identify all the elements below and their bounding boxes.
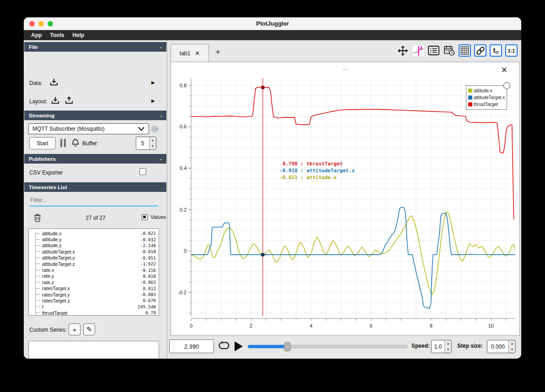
tab-label: tab1 <box>180 50 190 57</box>
legend-drag-knob[interactable] <box>503 82 510 89</box>
svg-text:A: A <box>419 45 422 50</box>
buffer-spinbox[interactable]: 5 ▲▼ <box>136 137 156 150</box>
timeseries-section-header[interactable]: Timeseries List <box>24 182 166 192</box>
svg-text:: attitudeTarget.x: : attitudeTarget.x <box>300 168 355 174</box>
menu-item-tools[interactable]: Tools <box>46 31 68 39</box>
svg-text:-0.018: -0.018 <box>279 168 298 174</box>
fullscreen-move-icon[interactable] <box>396 44 409 57</box>
list-item[interactable]: ratesTarget.z0.676 <box>32 297 156 303</box>
add-custom-series-button[interactable]: + <box>69 323 80 335</box>
filter-input[interactable] <box>29 196 158 205</box>
list-item[interactable]: rate.x-0.156 <box>32 267 156 273</box>
app-window: PlotJuggler AppToolsHelp File - Data: ▶ … <box>24 17 521 359</box>
legend-list-icon[interactable] <box>427 44 440 57</box>
slider-handle[interactable] <box>284 342 291 351</box>
list-item[interactable]: attitudeTarget.x-0.018 <box>32 249 156 254</box>
plot-close-icon[interactable]: ✕ <box>498 66 510 74</box>
legend-entry[interactable]: thrustTarget <box>468 101 505 108</box>
grid-view-icon[interactable] <box>459 44 471 57</box>
link-axes-icon[interactable] <box>474 44 486 57</box>
collapse-icon: - <box>160 113 162 118</box>
legend-swatch <box>468 89 472 93</box>
time-slider[interactable] <box>248 339 408 353</box>
values-checkbox[interactable] <box>142 214 148 220</box>
speed-label: Speed: <box>411 343 430 349</box>
spin-up-icon: ▲ <box>445 340 451 347</box>
tab-close-icon[interactable]: ✕ <box>195 50 200 57</box>
loop-icon[interactable] <box>218 341 230 351</box>
list-item[interactable]: ratesTarget.x0.012 <box>32 286 156 291</box>
file-section-header[interactable]: File - <box>24 42 166 52</box>
publishers-section-header[interactable]: Publishers - <box>24 154 166 164</box>
current-time-field[interactable]: 2.390 <box>169 339 214 353</box>
load-data-icon[interactable] <box>49 77 59 87</box>
plot-legend[interactable]: attitude.xattitudeTarget.xthrustTarget <box>466 85 507 110</box>
svg-text:0: 0 <box>190 323 192 328</box>
load-layout-icon[interactable] <box>50 95 60 106</box>
svg-text:6: 6 <box>369 323 372 328</box>
list-item[interactable]: attitudeTarget.y-0.051 <box>32 255 156 261</box>
list-item[interactable]: thrustTarget0.79 <box>32 310 156 316</box>
speed-spinbox[interactable]: 1.0 ▲▼ <box>431 340 452 353</box>
legend-entry[interactable]: attitude.x <box>468 87 505 94</box>
start-streaming-button[interactable]: Start <box>29 137 56 149</box>
csv-exporter-label: CSV Exporter <box>29 170 63 176</box>
pencil-icon: ✎ <box>86 325 92 334</box>
tab-tab1[interactable]: tab1 ✕ <box>171 44 209 62</box>
time-offset-icon[interactable]: tO <box>490 44 502 57</box>
legend-swatch <box>468 95 472 100</box>
annotate-curve-icon[interactable]: A <box>412 44 424 57</box>
menu-item-app[interactable]: App <box>27 31 45 39</box>
filter-underline <box>29 206 158 207</box>
svg-text:: attitude.x: : attitude.x <box>300 175 337 180</box>
add-tab-button[interactable]: + <box>213 47 223 58</box>
edit-custom-series-button[interactable]: ✎ <box>83 323 95 335</box>
ratio-1-1-icon[interactable]: 1:1 <box>505 44 518 57</box>
datetime-icon[interactable] <box>443 44 455 57</box>
list-item[interactable]: ratesTarget.y-0.083 <box>32 291 156 297</box>
streaming-settings-gear-icon[interactable] <box>150 125 159 133</box>
svg-text:: thrustTarget: : thrustTarget <box>300 161 343 167</box>
svg-text:10: 10 <box>488 323 494 328</box>
title-bar: PlotJuggler <box>24 17 521 30</box>
plot-widget[interactable]: ... ✕ attitude.xattitudeTarget.xthrustTa… <box>171 62 520 336</box>
notifications-bell-icon[interactable] <box>70 138 80 148</box>
spin-up-icon: ▲ <box>509 340 515 347</box>
svg-text:2: 2 <box>250 323 252 328</box>
svg-text:-0.021: -0.021 <box>279 175 298 180</box>
plot-toolbar: A tO 1:1 <box>396 44 518 57</box>
step-size-spinbox[interactable]: 0.000 ▲▼ <box>487 340 516 353</box>
list-item[interactable]: attitudeTarget.z-1.922 <box>32 261 156 267</box>
save-layout-icon[interactable] <box>64 95 74 106</box>
collapse-icon: - <box>160 44 162 50</box>
timeseries-list[interactable]: attitude.x-0.021attitude.y-0.032attitude… <box>28 228 159 316</box>
step-size-label: Step size: <box>457 343 483 349</box>
streaming-source-select[interactable]: MQTT Subscriber (Mosquitto) <box>28 123 149 134</box>
streaming-section-header[interactable]: Streaming - <box>24 111 166 120</box>
list-item[interactable]: rate.y0.018 <box>32 273 156 279</box>
svg-text:0.8: 0.8 <box>180 83 187 88</box>
list-item[interactable]: rate.z-0.063 <box>32 279 156 285</box>
list-item[interactable]: attitude.x-0.021 <box>32 230 156 236</box>
custom-series-list[interactable] <box>28 341 159 359</box>
plus-icon: + <box>73 326 77 334</box>
custom-series-label: Custom Series: <box>29 327 67 333</box>
pause-icon[interactable] <box>60 139 66 147</box>
legend-entry[interactable]: attitudeTarget.x <box>468 94 505 101</box>
list-item[interactable]: attitude.z-2.148 <box>32 243 156 249</box>
svg-text:4: 4 <box>310 323 312 328</box>
buffer-label: Buffer: <box>82 140 98 147</box>
svg-text:0.2: 0.2 <box>180 207 187 212</box>
list-item[interactable]: t245.548 <box>32 304 156 310</box>
data-expand-arrow[interactable]: ▶ <box>151 80 155 85</box>
csv-exporter-checkbox[interactable] <box>139 168 146 175</box>
plot-canvas[interactable]: 0.80.60.40.20-0.202468100.790: thrustTar… <box>171 76 520 334</box>
play-icon[interactable] <box>235 341 243 351</box>
list-item[interactable]: attitude.y-0.032 <box>32 236 156 242</box>
sidebar: File - Data: ▶ Layout: ▶ Streaming - MQT… <box>24 40 167 359</box>
collapse-icon: - <box>160 156 162 162</box>
transport-bar: 2.390 Speed: 1.0 ▲▼ Step size: 0.000 ▲▼ <box>168 336 521 359</box>
values-label: Values <box>150 214 166 220</box>
layout-expand-arrow[interactable]: ▶ <box>151 98 155 103</box>
menu-item-help[interactable]: Help <box>69 31 88 39</box>
